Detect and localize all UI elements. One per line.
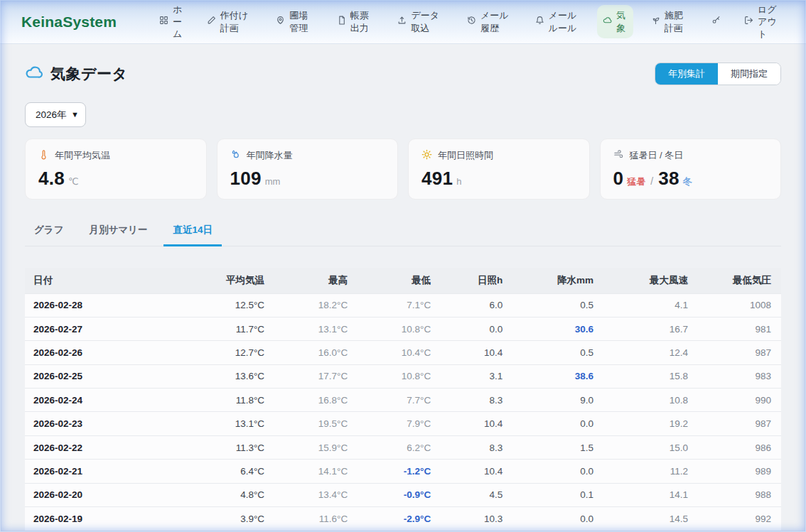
key-icon [711,16,721,28]
column-header-sunshine-hours: 日照h [441,268,512,293]
cell-min-pressure: 987 [698,341,781,364]
nav-item-fertilization-plan[interactable]: 施肥計画 [645,5,694,38]
column-header-avg-temp: 平均気温 [168,268,274,293]
cell-precipitation-mm: 0.0 [512,507,603,531]
page-title-text: 気象データ [50,64,127,84]
cloud-icon [603,16,612,28]
table-row: 2026-02-2513.6°C17.7°C10.8°C3.138.615.89… [25,364,781,388]
cell-max-temp: 11.6°C [274,507,358,531]
cell-precipitation-mm: 30.6 [512,317,603,340]
nav-item-data-import[interactable]: データ取込 [392,5,449,38]
cell-avg-temp: 12.7°C [168,341,274,364]
nav-item-password-key[interactable] [706,11,726,32]
nav-item-label: 作付け計画 [220,9,253,33]
cell-precipitation-mm: 0.0 [512,460,603,483]
column-header-max-wind: 最大風速 [603,268,698,293]
cell-max-wind: 12.4 [603,341,698,364]
nav-item-field-management[interactable]: 圃場管理 [270,5,319,38]
nav-item-label: ログアウト [758,4,779,40]
cell-max-wind: 19.2 [603,412,698,435]
stat-value: 491 [421,168,453,190]
nav-item-mail-rules[interactable]: メールルール [530,5,586,38]
table-row: 2026-02-2812.5°C18.2°C7.1°C6.00.54.11008 [25,293,781,317]
nav-item-label: 気象 [616,9,628,33]
cell-date: 2026-02-22 [25,435,168,459]
cell-max-temp: 13.4°C [274,483,358,506]
cell-avg-temp: 6.4°C [168,460,274,483]
cell-max-wind: 14.5 [603,507,698,531]
yearly-summary-button[interactable]: 年別集計 [655,63,718,85]
cell-max-temp: 16.8°C [274,389,358,412]
table-row: 2026-02-2711.7°C13.1°C10.8°C0.030.616.79… [25,317,781,340]
cell-sunshine-hours: 10.4 [441,341,512,364]
table-row: 2026-02-193.9°C11.6°C-2.9°C10.30.014.599… [25,507,781,531]
cell-sunshine-hours: 8.3 [441,389,512,412]
period-select-button[interactable]: 期間指定 [718,63,780,85]
cell-date: 2026-02-26 [25,341,168,364]
cell-sunshine-hours: 3.1 [441,364,512,388]
nav-item-logout[interactable]: ログアウト [738,0,785,44]
cell-avg-temp: 12.5°C [168,293,274,317]
home-grid-icon [159,16,168,28]
cell-min-temp: -0.9°C [358,483,441,506]
column-header-precipitation-mm: 降水mm [512,268,603,293]
nav-item-label: 圃場管理 [289,9,313,33]
cell-precipitation-mm: 38.6 [512,364,603,388]
cell-avg-temp: 4.8°C [168,483,274,506]
stat-unit: mm [265,176,281,187]
app-window: KeinaSystem ホーム 作付け計画 圃場管理 帳票出力 データ取込 [0,0,806,532]
cell-min-temp: 7.1°C [358,293,441,317]
sun-icon [421,149,432,162]
brand-logo[interactable]: KeinaSystem [21,13,117,31]
stat-card-precipitation: 年間降水量 109 mm [217,139,399,200]
column-header-min-temp: 最低 [358,268,441,293]
document-icon [337,16,346,28]
nav-menu: ホーム 作付け計画 圃場管理 帳票出力 データ取込 メール履歴 [154,0,785,44]
year-select[interactable]: 2026年 [25,102,86,127]
cell-sunshine-hours: 4.5 [441,483,512,506]
cell-precipitation-mm: 1.5 [512,435,603,459]
map-pin-icon [276,16,285,28]
cell-date: 2026-02-28 [25,293,168,317]
upload-icon [397,16,407,28]
stat-value: 4.8 [38,168,65,190]
nav-item-home[interactable]: ホーム [154,0,189,44]
stat-cards: 年間平均気温 4.8 ℃ 年間降水量 109 mm [25,139,781,200]
cell-max-wind: 4.1 [603,293,698,317]
nav-item-weather[interactable]: 気象 [597,5,633,38]
stat-unit: h [456,176,461,187]
cell-date: 2026-02-20 [25,483,168,506]
nav-item-mail-history[interactable]: メール履歴 [461,5,517,38]
nav-item-planting-plan[interactable]: 作付け計画 [201,5,259,38]
stat-card-avg-temp: 年間平均気温 4.8 ℃ [25,139,207,200]
table-row: 2026-02-204.8°C13.4°C-0.9°C4.50.114.1988 [25,483,781,506]
page-title: 気象データ [25,63,127,85]
cell-avg-temp: 11.3°C [168,435,274,459]
column-header-min-pressure: 最低気圧 [698,268,781,293]
cell-date: 2026-02-25 [25,364,168,388]
cell-sunshine-hours: 10.3 [441,507,512,531]
tab-monthly-summary[interactable]: 月別サマリー [80,217,156,246]
bell-icon [535,16,544,28]
table-header-row: 日付平均気温最高最低日照h降水mm最大風速最低気圧 [25,268,781,293]
tab-recent-14days[interactable]: 直近14日 [163,217,222,246]
cell-max-temp: 15.9°C [274,435,358,459]
recent-weather-table: 日付平均気温最高最低日照h降水mm最大風速最低気圧 2026-02-2812.5… [25,268,781,531]
stat-unit: ℃ [68,176,79,187]
tab-graph[interactable]: グラフ [25,217,72,246]
year-select-wrap: 2026年 ▼ [25,102,86,127]
nav-item-label: データ取込 [411,9,444,33]
cell-min-pressure: 981 [698,317,781,340]
nav-item-report-output[interactable]: 帳票出力 [331,5,380,38]
cell-date: 2026-02-21 [25,460,168,483]
cell-avg-temp: 3.9°C [168,507,274,531]
cell-date: 2026-02-19 [25,507,168,531]
data-tabs: グラフ 月別サマリー 直近14日 [25,217,781,246]
cell-max-temp: 17.7°C [274,364,358,388]
cell-min-temp: 7.7°C [358,389,441,412]
cell-max-temp: 13.1°C [274,317,358,340]
top-nav: KeinaSystem ホーム 作付け計画 圃場管理 帳票出力 データ取込 [0,0,806,44]
table-row: 2026-02-2313.1°C19.5°C7.9°C10.40.019.298… [25,412,781,435]
stat-label: 年間平均気温 [55,149,110,162]
cell-date: 2026-02-24 [25,389,168,412]
